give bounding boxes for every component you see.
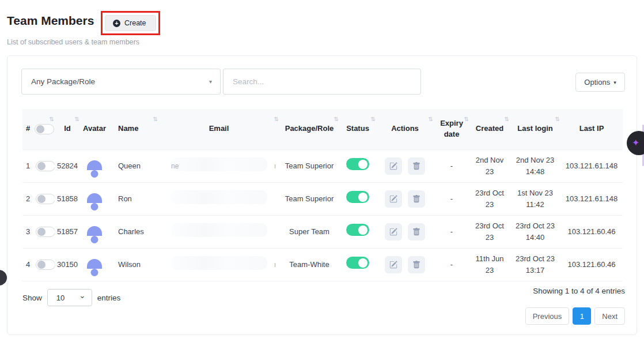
column-header[interactable]: Status ⇅ (339, 109, 376, 149)
edit-button[interactable] (385, 157, 402, 175)
email-redaction-smudge (171, 256, 268, 270)
sort-icon[interactable]: ⇅ (50, 115, 54, 124)
last-ip: 103.121.61.148 (560, 182, 623, 215)
chevron-down-icon: ⌄ (79, 291, 86, 300)
last-login: 23rd Oct 23 13:17 (510, 248, 560, 281)
page-size-value: 10 (56, 294, 65, 302)
status-toggle[interactable] (346, 257, 369, 269)
sort-icon[interactable]: ⇅ (334, 115, 339, 124)
edit-button[interactable] (385, 256, 402, 273)
column-header-label: Avatar (83, 123, 106, 134)
status-toggle[interactable] (346, 158, 369, 170)
package-role: Team-White (279, 248, 339, 281)
column-header[interactable]: Created ⇅ (469, 109, 510, 149)
email-fragment: ı (274, 260, 276, 270)
page-size-select[interactable]: 10 ⌄ (47, 289, 92, 306)
column-header[interactable]: Last login ⇅ (510, 109, 560, 149)
row-index: 3 (26, 226, 30, 238)
caret-down-icon: ▾ (613, 80, 616, 85)
trash-icon (412, 162, 421, 170)
next-page-button[interactable]: Next (594, 307, 625, 325)
table-row: 4 30150 Wilson ı Team-White (22, 248, 623, 281)
search-input[interactable] (223, 69, 421, 95)
created-date: 11th Jun 23 (469, 248, 510, 281)
column-header-label: Email (209, 123, 229, 134)
column-header-label: Created (476, 123, 503, 134)
column-header[interactable]: Actions ⇅ (376, 109, 434, 149)
package-role: Team Superior (279, 149, 339, 182)
email-fragment: ne (171, 161, 179, 171)
status-toggle[interactable] (346, 191, 369, 203)
sort-icon[interactable]: ⇅ (153, 115, 158, 124)
member-name: Ron (109, 182, 158, 215)
column-header-label: Expiry date (435, 118, 468, 140)
last-ip: 103.121.60.46 (560, 248, 623, 281)
column-header[interactable]: Avatar (80, 109, 109, 149)
pencil-square-icon (389, 195, 397, 203)
expiry-date: - (434, 182, 469, 215)
page: Team Members + Create List of subscribed… (0, 0, 644, 342)
delete-button[interactable] (408, 157, 425, 175)
page-size-control: Show 10 ⌄ entries (22, 289, 120, 306)
delete-button[interactable] (408, 223, 425, 240)
column-header[interactable]: # ⇅ (22, 109, 55, 149)
created-date: 23rd Oct 23 (469, 182, 510, 215)
sort-icon[interactable]: ⇅ (274, 115, 279, 124)
delete-button[interactable] (408, 256, 425, 273)
row-toggle[interactable] (36, 161, 55, 171)
email-fragment: ı (274, 161, 276, 171)
member-name: Queen (109, 149, 158, 182)
delete-button[interactable] (408, 190, 425, 208)
column-header-label: # (26, 123, 30, 134)
last-login: 2nd Nov 23 14:48 (510, 149, 560, 182)
column-header[interactable]: Id ⇅ (55, 109, 80, 149)
page-title: Team Members (7, 14, 94, 28)
sort-icon[interactable]: ⇅ (75, 115, 79, 124)
sort-icon[interactable]: ⇅ (555, 115, 560, 124)
row-toggle[interactable] (36, 194, 55, 204)
plus-circle-icon: + (113, 20, 120, 27)
sort-icon[interactable]: ⇅ (371, 115, 376, 124)
package-role-select[interactable]: Any Package/Role ▾ (21, 69, 221, 95)
column-header[interactable]: Name ⇅ (109, 109, 158, 149)
expiry-date: - (434, 248, 469, 281)
column-header[interactable]: Expiry date ⇅ (434, 109, 469, 149)
column-header[interactable]: Package/Role ⇅ (279, 109, 339, 149)
members-card: Any Package/Role ▾ Options ▾ # ⇅ Id (7, 55, 637, 335)
package-role-selected-value: Any Package/Role (31, 77, 95, 86)
column-header-label: Package/Role (285, 123, 334, 134)
sort-icon[interactable]: ⇅ (505, 115, 509, 124)
email-redaction-smudge (171, 223, 268, 237)
column-header-label: Name (118, 123, 138, 134)
table-header-row: # ⇅ Id ⇅ Avatar Name ⇅ Email ⇅ Package/R… (22, 109, 623, 149)
column-header[interactable]: Email ⇅ (158, 109, 279, 149)
expiry-date: - (434, 149, 469, 182)
header-toggle[interactable] (35, 124, 54, 134)
pencil-square-icon (389, 261, 397, 269)
current-page-button[interactable]: 1 (573, 307, 591, 325)
edit-button[interactable] (385, 223, 402, 240)
member-name: Wilson (109, 248, 158, 281)
edit-button[interactable] (385, 190, 402, 208)
trash-icon (412, 261, 421, 269)
column-header[interactable]: Last IP (560, 109, 623, 149)
column-header-label: Last IP (579, 123, 604, 134)
row-toggle[interactable] (36, 227, 55, 237)
options-button[interactable]: Options ▾ (575, 73, 625, 92)
sort-icon[interactable]: ⇅ (464, 115, 469, 124)
package-role: Super Team (279, 215, 339, 248)
entries-label: entries (97, 294, 121, 302)
member-name: Charles (109, 215, 158, 248)
left-edge-handle[interactable] (0, 270, 7, 285)
previous-page-button[interactable]: Previous (525, 307, 570, 325)
created-date: 23rd Oct 23 (469, 215, 510, 248)
last-ip: 103.121.60.46 (560, 215, 623, 248)
row-index: 2 (26, 193, 30, 205)
sort-icon[interactable]: ⇅ (429, 115, 433, 124)
row-toggle[interactable] (36, 260, 55, 270)
member-id: 52824 (55, 149, 80, 182)
member-id: 51858 (55, 182, 80, 215)
status-toggle[interactable] (346, 224, 369, 236)
member-id: 30150 (55, 248, 80, 281)
create-button[interactable]: + Create (105, 15, 156, 31)
